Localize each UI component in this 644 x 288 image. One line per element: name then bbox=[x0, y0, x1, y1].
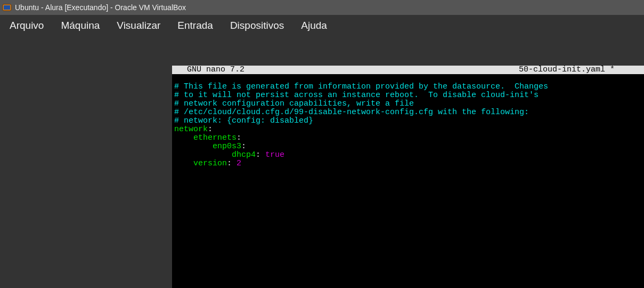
yaml-key-dhcp4: dhcp4 bbox=[232, 150, 256, 159]
yaml-value-2: 2 bbox=[232, 159, 241, 168]
yaml-key-ethernets: ethernets bbox=[193, 133, 237, 142]
menu-dispositivos[interactable]: Dispositivos bbox=[230, 20, 284, 31]
comment-line: # network: {config: disabled} bbox=[174, 116, 313, 125]
indent bbox=[174, 133, 193, 142]
comment-line: # /etc/cloud/cloud.cfg.d/99-disable-netw… bbox=[174, 108, 529, 117]
colon: : bbox=[256, 150, 260, 159]
menu-entrada[interactable]: Entrada bbox=[177, 20, 213, 31]
yaml-key-version: version bbox=[193, 159, 227, 168]
vm-terminal[interactable]: GNU nano 7.2 50-cloud-init.yaml * # This… bbox=[172, 66, 644, 288]
title-bar: Ubuntu - Alura [Executando] - Oracle VM … bbox=[0, 0, 644, 15]
yaml-key-enp0s3: enp0s3 bbox=[213, 142, 241, 151]
nano-filename: 50-cloud-init.yaml * bbox=[519, 66, 642, 74]
menu-ajuda[interactable]: Ajuda bbox=[301, 20, 327, 31]
yaml-key-network: network bbox=[174, 125, 208, 134]
yaml-value-true: true bbox=[260, 150, 284, 159]
svg-rect-1 bbox=[4, 5, 10, 10]
window-title: Ubuntu - Alura [Executando] - Oracle VM … bbox=[15, 3, 186, 12]
nano-title: GNU nano 7.2 bbox=[174, 66, 244, 74]
nano-editor-content[interactable]: # This file is generated from informatio… bbox=[172, 74, 644, 177]
colon: : bbox=[208, 125, 213, 134]
menu-visualizar[interactable]: Visualizar bbox=[117, 20, 160, 31]
comment-line: # network configuration capabilities, wr… bbox=[174, 99, 414, 108]
indent bbox=[174, 142, 213, 151]
indent bbox=[174, 159, 193, 168]
colon: : bbox=[227, 159, 232, 168]
indent bbox=[174, 150, 232, 159]
colon: : bbox=[241, 142, 246, 151]
virtualbox-icon bbox=[2, 3, 12, 12]
nano-header: GNU nano 7.2 50-cloud-init.yaml * bbox=[172, 66, 644, 74]
menu-maquina[interactable]: Máquina bbox=[61, 20, 100, 31]
comment-line: # This file is generated from informatio… bbox=[174, 82, 548, 91]
menu-arquivo[interactable]: Arquivo bbox=[10, 20, 44, 31]
comment-line: # to it will not persist across an insta… bbox=[174, 91, 539, 100]
colon: : bbox=[237, 133, 241, 142]
menu-bar: Arquivo Máquina Visualizar Entrada Dispo… bbox=[0, 15, 644, 36]
